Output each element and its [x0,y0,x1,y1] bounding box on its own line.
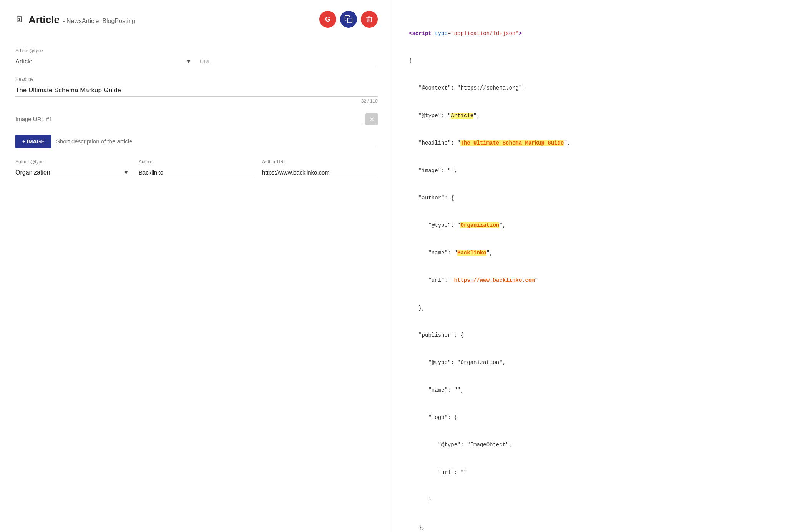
headline-group: Headline 32 / 110 [15,76,378,104]
type-line: "@type": "Article", [409,111,772,121]
author-close-line: }, [409,304,772,313]
article-type-select[interactable]: Article NewsArticle BlogPosting [15,56,194,67]
google-button[interactable]: G [319,11,336,28]
header: 🗓 Article - NewsArticle, BlogPosting G [15,11,378,28]
author-url-field: Author URL [262,159,378,178]
author-type-select-wrapper: Organization Person ▼ [15,167,131,178]
article-type-select-wrapper: Article NewsArticle BlogPosting ▼ [15,56,194,67]
publisher-logo-key-line: "logo": { [409,413,772,422]
image-url-input[interactable] [15,113,362,125]
logo-close-line: } [409,495,772,505]
description-input[interactable] [56,136,378,147]
author-section: Author @type Organization Person ▼ Autho… [15,159,378,178]
header-buttons: G [319,11,378,28]
code-panel: <script type="application/ld+json"> { "@… [394,0,787,532]
headline-line: "headline": "The Ultimate Schema Markup … [409,139,772,148]
header-left: 🗓 Article - NewsArticle, BlogPosting [15,13,135,26]
headline-input[interactable] [15,84,378,97]
remove-image-button[interactable]: ✕ [365,113,378,125]
char-count: 32 / 110 [15,98,378,104]
publisher-key-line: "publisher": { [409,331,772,340]
author-type-label: Author @type [15,159,131,165]
publisher-close-line: }, [409,523,772,532]
article-type-field: Article @type Article NewsArticle BlogPo… [15,48,194,67]
url-field [200,48,378,67]
author-url-line: "url": "https://www.backlinko.com" [409,276,772,285]
author-url-label: Author URL [262,159,378,165]
add-image-row: + IMAGE [15,135,378,148]
author-name-field: Author [139,159,254,178]
add-image-button[interactable]: + IMAGE [15,135,51,148]
code-block: <script type="application/ld+json"> { "@… [409,11,772,532]
author-name-input[interactable] [139,167,254,178]
type-url-group: Article @type Article NewsArticle BlogPo… [15,48,378,67]
page-title: Article - NewsArticle, BlogPosting [28,13,135,26]
author-name-line: "name": "Backlinko", [409,249,772,258]
url-input[interactable] [200,56,378,67]
article-type-label: Article @type [15,48,194,53]
calendar-icon: 🗓 [15,14,24,24]
opening-brace: { [409,57,772,66]
author-name-label: Author [139,159,254,165]
logo-type-line: "@type": "ImageObject", [409,441,772,450]
header-divider [15,37,378,37]
image-url-group: ✕ [15,113,378,125]
delete-button[interactable] [361,11,378,28]
publisher-type-line: "@type": "Organization", [409,358,772,367]
headline-label: Headline [15,76,378,82]
svg-rect-0 [347,18,352,23]
script-open-tag: <script type="application/ld+json"> [409,29,772,38]
copy-button[interactable] [340,11,357,28]
image-url-row: ✕ [15,113,378,125]
type-url-row: Article @type Article NewsArticle BlogPo… [15,48,378,67]
delete-icon [365,15,373,23]
left-panel: 🗓 Article - NewsArticle, BlogPosting G [0,0,394,532]
author-type-select[interactable]: Organization Person [15,167,131,178]
publisher-name-line: "name": "", [409,386,772,395]
url-label [200,48,378,53]
author-url-input[interactable] [262,167,378,178]
image-line: "image": "", [409,166,772,176]
context-line: "@context": "https://schema.org", [409,84,772,93]
author-type-field: Author @type Organization Person ▼ [15,159,131,178]
logo-url-line: "url": "" [409,468,772,477]
copy-icon [344,15,353,23]
author-key-line: "author": { [409,194,772,203]
author-type-line: "@type": "Organization", [409,221,772,230]
